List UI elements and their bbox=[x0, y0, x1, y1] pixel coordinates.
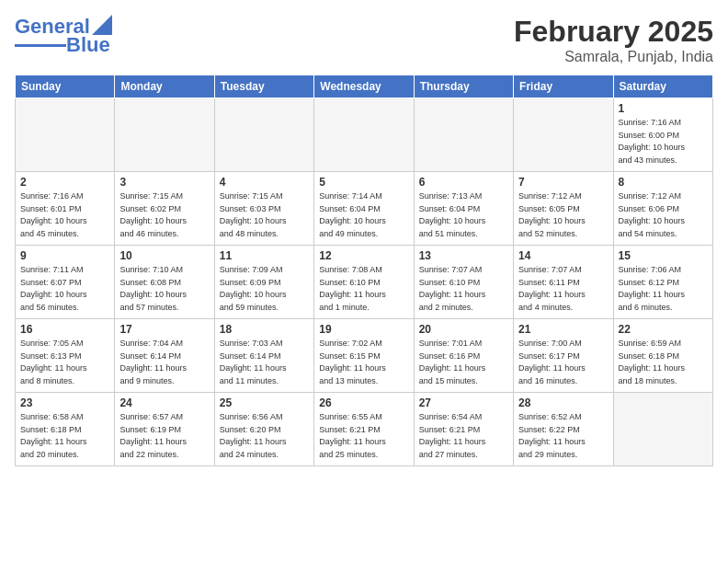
weekday-header-monday: Monday bbox=[115, 75, 214, 98]
day-number: 15 bbox=[619, 249, 708, 262]
day-info: Sunrise: 7:07 AM Sunset: 6:10 PM Dayligh… bbox=[419, 264, 508, 314]
day-number: 12 bbox=[319, 249, 408, 262]
day-number: 20 bbox=[419, 323, 508, 336]
calendar-subtitle: Samrala, Punjab, India bbox=[514, 49, 713, 65]
day-number: 19 bbox=[319, 323, 408, 336]
day-info: Sunrise: 7:16 AM Sunset: 6:00 PM Dayligh… bbox=[619, 117, 708, 167]
day-number: 24 bbox=[119, 396, 209, 409]
day-info: Sunrise: 6:56 AM Sunset: 6:20 PM Dayligh… bbox=[220, 411, 309, 461]
day-number: 28 bbox=[518, 396, 608, 409]
day-number: 26 bbox=[319, 396, 408, 409]
calendar-cell: 25Sunrise: 6:56 AM Sunset: 6:20 PM Dayli… bbox=[214, 393, 313, 466]
day-info: Sunrise: 6:52 AM Sunset: 6:22 PM Dayligh… bbox=[518, 411, 608, 461]
calendar-cell bbox=[414, 98, 513, 172]
calendar-cell: 22Sunrise: 6:59 AM Sunset: 6:18 PM Dayli… bbox=[613, 319, 712, 393]
day-info: Sunrise: 7:03 AM Sunset: 6:14 PM Dayligh… bbox=[220, 338, 309, 387]
day-number: 16 bbox=[20, 323, 109, 336]
day-number: 13 bbox=[419, 249, 508, 262]
day-info: Sunrise: 7:16 AM Sunset: 6:01 PM Dayligh… bbox=[20, 190, 109, 240]
calendar-cell: 27Sunrise: 6:54 AM Sunset: 6:21 PM Dayli… bbox=[414, 393, 513, 466]
weekday-header-tuesday: Tuesday bbox=[214, 75, 313, 98]
calendar-cell bbox=[314, 98, 414, 172]
calendar-cell: 1Sunrise: 7:16 AM Sunset: 6:00 PM Daylig… bbox=[613, 98, 712, 172]
day-info: Sunrise: 7:10 AM Sunset: 6:08 PM Dayligh… bbox=[119, 264, 209, 314]
week-row-4: 23Sunrise: 6:58 AM Sunset: 6:18 PM Dayli… bbox=[16, 393, 713, 466]
svg-marker-0 bbox=[92, 15, 112, 35]
day-info: Sunrise: 6:59 AM Sunset: 6:18 PM Dayligh… bbox=[619, 338, 708, 387]
week-row-3: 16Sunrise: 7:05 AM Sunset: 6:13 PM Dayli… bbox=[16, 319, 713, 393]
day-number: 8 bbox=[619, 176, 708, 189]
day-number: 9 bbox=[20, 249, 109, 262]
calendar-cell: 19Sunrise: 7:02 AM Sunset: 6:15 PM Dayli… bbox=[314, 319, 414, 393]
week-row-1: 2Sunrise: 7:16 AM Sunset: 6:01 PM Daylig… bbox=[16, 172, 713, 246]
calendar-title: February 2025 bbox=[514, 15, 713, 49]
calendar-cell bbox=[613, 393, 712, 466]
day-number: 21 bbox=[518, 323, 608, 336]
calendar-cell: 5Sunrise: 7:14 AM Sunset: 6:04 PM Daylig… bbox=[314, 172, 414, 246]
calendar-cell: 23Sunrise: 6:58 AM Sunset: 6:18 PM Dayli… bbox=[16, 393, 115, 466]
calendar-cell: 18Sunrise: 7:03 AM Sunset: 6:14 PM Dayli… bbox=[214, 319, 313, 393]
day-number: 22 bbox=[619, 323, 708, 336]
day-info: Sunrise: 7:11 AM Sunset: 6:07 PM Dayligh… bbox=[20, 264, 109, 314]
day-number: 17 bbox=[119, 323, 209, 336]
logo: General Blue bbox=[15, 15, 112, 57]
calendar-cell: 4Sunrise: 7:15 AM Sunset: 6:03 PM Daylig… bbox=[214, 172, 313, 246]
day-number: 10 bbox=[119, 249, 209, 262]
day-info: Sunrise: 7:05 AM Sunset: 6:13 PM Dayligh… bbox=[20, 338, 109, 387]
day-number: 4 bbox=[220, 176, 309, 189]
calendar-cell: 8Sunrise: 7:12 AM Sunset: 6:06 PM Daylig… bbox=[613, 172, 712, 246]
calendar-cell: 3Sunrise: 7:15 AM Sunset: 6:02 PM Daylig… bbox=[115, 172, 214, 246]
day-number: 6 bbox=[419, 176, 508, 189]
title-block: February 2025 Samrala, Punjab, India bbox=[514, 15, 713, 65]
calendar-cell: 12Sunrise: 7:08 AM Sunset: 6:10 PM Dayli… bbox=[314, 246, 414, 319]
day-info: Sunrise: 6:55 AM Sunset: 6:21 PM Dayligh… bbox=[319, 411, 408, 461]
weekday-header-sunday: Sunday bbox=[16, 75, 115, 98]
day-info: Sunrise: 6:58 AM Sunset: 6:18 PM Dayligh… bbox=[20, 411, 109, 461]
logo-underline bbox=[15, 44, 66, 47]
day-info: Sunrise: 7:07 AM Sunset: 6:11 PM Dayligh… bbox=[518, 264, 608, 314]
calendar-cell: 9Sunrise: 7:11 AM Sunset: 6:07 PM Daylig… bbox=[16, 246, 115, 319]
day-info: Sunrise: 7:13 AM Sunset: 6:04 PM Dayligh… bbox=[419, 190, 508, 240]
day-info: Sunrise: 7:04 AM Sunset: 6:14 PM Dayligh… bbox=[119, 338, 209, 387]
calendar-cell: 28Sunrise: 6:52 AM Sunset: 6:22 PM Dayli… bbox=[514, 393, 613, 466]
day-number: 7 bbox=[518, 176, 608, 189]
calendar-cell: 24Sunrise: 6:57 AM Sunset: 6:19 PM Dayli… bbox=[115, 393, 214, 466]
day-number: 25 bbox=[220, 396, 309, 409]
weekday-header-wednesday: Wednesday bbox=[314, 75, 414, 98]
calendar-cell: 15Sunrise: 7:06 AM Sunset: 6:12 PM Dayli… bbox=[613, 246, 712, 319]
calendar-cell: 11Sunrise: 7:09 AM Sunset: 6:09 PM Dayli… bbox=[214, 246, 313, 319]
day-info: Sunrise: 6:54 AM Sunset: 6:21 PM Dayligh… bbox=[419, 411, 508, 461]
weekday-header-saturday: Saturday bbox=[613, 75, 712, 98]
day-info: Sunrise: 7:15 AM Sunset: 6:03 PM Dayligh… bbox=[220, 190, 309, 240]
calendar-cell: 10Sunrise: 7:10 AM Sunset: 6:08 PM Dayli… bbox=[115, 246, 214, 319]
logo-arrow-icon bbox=[92, 15, 112, 35]
day-number: 5 bbox=[319, 176, 408, 189]
day-number: 1 bbox=[619, 102, 708, 115]
calendar-cell: 7Sunrise: 7:12 AM Sunset: 6:05 PM Daylig… bbox=[514, 172, 613, 246]
calendar-cell: 26Sunrise: 6:55 AM Sunset: 6:21 PM Dayli… bbox=[314, 393, 414, 466]
day-number: 27 bbox=[419, 396, 508, 409]
day-info: Sunrise: 7:08 AM Sunset: 6:10 PM Dayligh… bbox=[319, 264, 408, 314]
calendar-cell: 13Sunrise: 7:07 AM Sunset: 6:10 PM Dayli… bbox=[414, 246, 513, 319]
day-info: Sunrise: 7:01 AM Sunset: 6:16 PM Dayligh… bbox=[419, 338, 508, 387]
calendar-cell: 16Sunrise: 7:05 AM Sunset: 6:13 PM Dayli… bbox=[16, 319, 115, 393]
calendar-cell: 17Sunrise: 7:04 AM Sunset: 6:14 PM Dayli… bbox=[115, 319, 214, 393]
week-row-0: 1Sunrise: 7:16 AM Sunset: 6:00 PM Daylig… bbox=[16, 98, 713, 172]
calendar-cell: 2Sunrise: 7:16 AM Sunset: 6:01 PM Daylig… bbox=[16, 172, 115, 246]
page-header: General Blue February 2025 Samrala, Punj… bbox=[15, 15, 713, 65]
weekday-header-row: SundayMondayTuesdayWednesdayThursdayFrid… bbox=[16, 75, 713, 98]
day-number: 18 bbox=[220, 323, 309, 336]
day-info: Sunrise: 7:06 AM Sunset: 6:12 PM Dayligh… bbox=[619, 264, 708, 314]
day-info: Sunrise: 7:09 AM Sunset: 6:09 PM Dayligh… bbox=[220, 264, 309, 314]
calendar-cell: 21Sunrise: 7:00 AM Sunset: 6:17 PM Dayli… bbox=[514, 319, 613, 393]
calendar-cell bbox=[115, 98, 214, 172]
week-row-2: 9Sunrise: 7:11 AM Sunset: 6:07 PM Daylig… bbox=[16, 246, 713, 319]
weekday-header-thursday: Thursday bbox=[414, 75, 513, 98]
day-number: 11 bbox=[220, 249, 309, 262]
day-info: Sunrise: 7:12 AM Sunset: 6:06 PM Dayligh… bbox=[619, 190, 708, 240]
day-info: Sunrise: 7:02 AM Sunset: 6:15 PM Dayligh… bbox=[319, 338, 408, 387]
day-number: 3 bbox=[119, 176, 209, 189]
calendar-cell bbox=[16, 98, 115, 172]
logo-blue-text: Blue bbox=[66, 33, 110, 57]
calendar-cell: 14Sunrise: 7:07 AM Sunset: 6:11 PM Dayli… bbox=[514, 246, 613, 319]
